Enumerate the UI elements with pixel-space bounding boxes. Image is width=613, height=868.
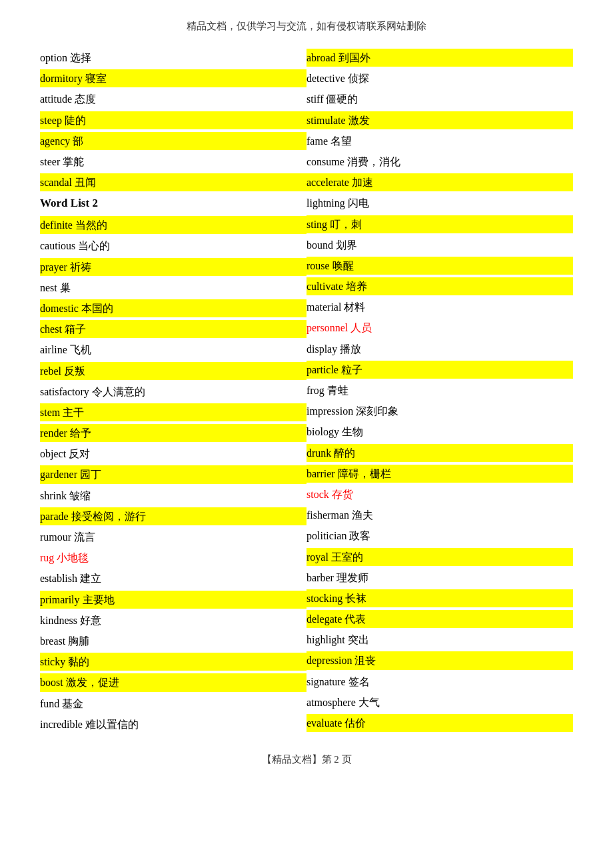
left-column: option 选择dormitory 寝室attitude 态度steep 陡的… — [40, 49, 306, 733]
left-word-item: rug 小地毯 — [40, 549, 306, 567]
left-word-item: chest 箱子 — [40, 320, 306, 338]
right-word-item: drunk 醉的 — [306, 444, 573, 462]
right-word-item: sting 叮，刺 — [306, 215, 573, 233]
right-column: abroad 到国外detective 侦探stiff 僵硬的stimulate… — [306, 49, 573, 733]
left-word-item: domestic 本国的 — [40, 299, 306, 317]
right-word-item: lightning 闪电 — [306, 194, 573, 212]
left-word-item: gardener 园丁 — [40, 465, 306, 483]
header-text: 精品文档，仅供学习与交流，如有侵权请联系网站删除 — [40, 20, 573, 33]
right-word-item: rouse 唤醒 — [306, 257, 573, 275]
right-word-item: barrier 障碍，栅栏 — [306, 465, 573, 483]
left-word-item: dormitory 寝室 — [40, 69, 306, 87]
left-word-item: cautious 当心的 — [40, 237, 306, 255]
right-word-item: signature 签名 — [306, 673, 573, 691]
left-word-item: definite 当然的 — [40, 216, 306, 234]
right-word-item: atmosphere 大气 — [306, 693, 573, 711]
right-word-item: detective 侦探 — [306, 69, 573, 87]
left-word-item: render 给予 — [40, 424, 306, 442]
left-word-item: Word List 2 — [40, 194, 306, 213]
right-word-item: biology 生物 — [306, 423, 573, 441]
right-word-item: highlight 突出 — [306, 631, 573, 649]
right-word-item: bound 划界 — [306, 236, 573, 254]
right-word-item: barber 理发师 — [306, 569, 573, 587]
left-word-item: shrink 皱缩 — [40, 487, 306, 505]
right-word-item: delegate 代表 — [306, 610, 573, 628]
left-word-item: prayer 祈祷 — [40, 258, 306, 276]
right-word-item: impression 深刻印象 — [306, 402, 573, 420]
left-word-item: incredible 难以置信的 — [40, 715, 306, 733]
right-word-item: particle 粒子 — [306, 361, 573, 379]
left-word-item: parade 接受检阅，游行 — [40, 507, 306, 525]
left-word-item: rebel 反叛 — [40, 362, 306, 380]
left-word-item: steer 掌舵 — [40, 153, 306, 171]
left-word-item: stem 主干 — [40, 403, 306, 421]
left-word-item: rumour 流言 — [40, 528, 306, 546]
left-word-item: steep 陡的 — [40, 111, 306, 129]
right-word-item: cultivate 培养 — [306, 277, 573, 295]
left-word-item: option 选择 — [40, 49, 306, 67]
left-word-item: fund 基金 — [40, 695, 306, 713]
right-word-item: consume 消费，消化 — [306, 153, 573, 171]
left-word-item: scandal 丑闻 — [40, 173, 306, 191]
left-word-item: object 反对 — [40, 445, 306, 463]
right-word-item: accelerate 加速 — [306, 173, 573, 191]
left-word-item: establish 建立 — [40, 569, 306, 587]
right-word-item: abroad 到国外 — [306, 49, 573, 67]
content-area: option 选择dormitory 寝室attitude 态度steep 陡的… — [40, 49, 573, 733]
right-word-item: politician 政客 — [306, 527, 573, 545]
footer-text: 【精品文档】第 2 页 — [40, 753, 573, 766]
right-word-item: fisherman 渔夫 — [306, 506, 573, 524]
right-word-item: stock 存货 — [306, 485, 573, 503]
right-word-item: material 材料 — [306, 298, 573, 316]
right-word-item: frog 青蛙 — [306, 381, 573, 399]
right-word-item: stiff 僵硬的 — [306, 90, 573, 108]
right-word-item: evaluate 估价 — [306, 714, 573, 732]
left-word-item: sticky 黏的 — [40, 653, 306, 671]
right-word-item: stocking 长袜 — [306, 589, 573, 607]
right-word-item: royal 王室的 — [306, 548, 573, 566]
left-word-item: primarily 主要地 — [40, 591, 306, 609]
left-word-item: airline 飞机 — [40, 341, 306, 359]
left-word-item: satisfactory 令人满意的 — [40, 383, 306, 401]
left-word-item: attitude 态度 — [40, 90, 306, 108]
right-word-item: fame 名望 — [306, 132, 573, 150]
right-word-item: personnel 人员 — [306, 319, 573, 337]
left-word-item: boost 激发，促进 — [40, 673, 306, 691]
left-word-item: breast 胸脯 — [40, 632, 306, 650]
right-word-item: display 播放 — [306, 340, 573, 358]
left-word-item: nest 巢 — [40, 279, 306, 297]
right-word-item: depression 沮丧 — [306, 651, 573, 669]
right-word-item: stimulate 激发 — [306, 111, 573, 129]
left-word-item: kindness 好意 — [40, 611, 306, 629]
left-word-item: agency 部 — [40, 132, 306, 150]
